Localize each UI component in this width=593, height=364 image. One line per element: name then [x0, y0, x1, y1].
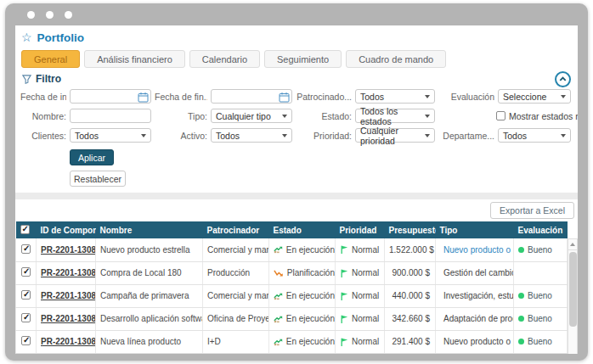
- tab-calendario[interactable]: Calendario: [189, 50, 260, 68]
- start-date-label: Fecha de ini...: [20, 92, 66, 102]
- name-input[interactable]: [70, 109, 151, 123]
- clients-select[interactable]: Todos: [70, 128, 151, 143]
- column-header-id[interactable]: ID de Componente: [37, 221, 96, 238]
- column-header-evaluacion[interactable]: Evaluación: [514, 221, 568, 238]
- column-header-prioridad[interactable]: Prioridad: [336, 221, 385, 238]
- table-row: PR-2201-13080006 Construcción nueva nave…: [16, 353, 568, 354]
- flag-green-icon: [340, 314, 348, 324]
- end-date-field[interactable]: [211, 89, 292, 104]
- tab-cuadro-de-mando[interactable]: Cuadro de mando: [346, 50, 446, 68]
- tab-seguimiento[interactable]: Seguimiento: [264, 50, 342, 68]
- component-id-link[interactable]: PR-2201-13080003: [41, 291, 96, 300]
- column-header-patrocinador[interactable]: Patrocinador: [203, 221, 269, 238]
- star-icon: ☆: [21, 31, 32, 43]
- status-dot-green: [518, 247, 524, 253]
- state-select[interactable]: Todos los estados: [355, 109, 435, 123]
- row-checkbox[interactable]: [21, 336, 31, 345]
- column-header-presupuesto[interactable]: Presupuesto: [385, 221, 436, 238]
- apply-button[interactable]: Aplicar: [70, 149, 114, 165]
- flag-green-icon: [340, 244, 348, 255]
- scrollbar-thumb[interactable]: [569, 252, 577, 327]
- window-titlebar: [5, 3, 588, 25]
- chart-up-icon: [274, 337, 283, 347]
- table-row: PR-2201-13080005 Desarrollo aplicación s…: [16, 307, 568, 330]
- page-title: Portfolio: [37, 31, 85, 44]
- table-row: PR-2201-13080008 Compra de Local 180 Pro…: [16, 261, 568, 284]
- row-checkbox[interactable]: [21, 244, 31, 254]
- row-checkbox[interactable]: [21, 267, 31, 277]
- chevron-down-icon: [425, 134, 430, 137]
- filter-panel: Filtro Fecha de ini... Fecha de fin... P…: [15, 73, 578, 187]
- window-control-dot[interactable]: [65, 11, 72, 19]
- column-header-estado[interactable]: Estado: [269, 221, 336, 238]
- column-header-tipo[interactable]: Tipo: [436, 221, 514, 238]
- filter-title: Filtro: [20, 73, 573, 85]
- select-all-checkbox[interactable]: [20, 225, 30, 234]
- reset-button[interactable]: Restablecer: [70, 171, 126, 187]
- chevron-down-icon: [561, 95, 566, 98]
- chart-up-icon: [274, 244, 283, 255]
- type-select[interactable]: Cualquier tipo: [211, 109, 292, 123]
- evaluation-label: Evaluación: [438, 92, 494, 102]
- component-id-link[interactable]: PR-2201-13080002: [41, 245, 96, 255]
- active-label: Activo:: [155, 131, 207, 141]
- calendar-icon[interactable]: [279, 92, 290, 103]
- show-hidden-states-checkbox[interactable]: [496, 111, 505, 120]
- type-label: Tipo:: [155, 111, 207, 121]
- tab-analisis-financiero[interactable]: Análisis financiero: [84, 50, 185, 68]
- table-scrollbar[interactable]: [568, 238, 578, 354]
- active-select[interactable]: Todos: [211, 128, 292, 143]
- chevron-down-icon: [141, 134, 146, 137]
- tab-general[interactable]: General: [21, 50, 80, 68]
- page-header: ☆ Portfolio: [15, 30, 578, 45]
- component-id-link[interactable]: PR-2201-13080008: [41, 268, 96, 277]
- funnel-icon: [22, 75, 31, 84]
- evaluation-select[interactable]: Seleccione: [498, 89, 571, 104]
- status-dot-green: [518, 293, 524, 299]
- priority-label: Prioridad:: [296, 131, 352, 141]
- show-hidden-states-label: Mostrar estados no visibles: [509, 111, 578, 121]
- table-row: PR-2201-13080001 Nueva línea producto I+…: [16, 330, 568, 353]
- window-control-dot[interactable]: [27, 11, 35, 19]
- chevron-down-icon: [561, 134, 566, 137]
- flag-green-icon: [340, 337, 348, 347]
- flag-green-icon: [340, 268, 348, 278]
- show-hidden-states: Mostrar estados no visibles: [496, 111, 571, 121]
- collapse-filter-button[interactable]: [555, 71, 571, 87]
- app-window: ☆ Portfolio General Análisis financiero …: [5, 3, 588, 361]
- tab-bar: General Análisis financiero Calendario S…: [21, 50, 578, 68]
- column-header-nombre[interactable]: Nombre: [96, 221, 203, 238]
- page-content: ☆ Portfolio General Análisis financiero …: [15, 25, 578, 354]
- chart-up-icon: [274, 314, 283, 324]
- export-excel-button[interactable]: Exportar a Excel: [490, 202, 574, 219]
- scrollbar-up-arrow[interactable]: [568, 239, 577, 250]
- start-date-field[interactable]: [70, 89, 151, 104]
- state-label: Estado:: [296, 111, 352, 121]
- sponsor-label: Patrocinado...: [296, 92, 352, 102]
- clients-label: Clientes:: [20, 131, 66, 141]
- row-checkbox[interactable]: [21, 313, 31, 322]
- row-checkbox[interactable]: [21, 290, 31, 300]
- table-row: PR-2201-13080003 Campaña de primavera Co…: [16, 284, 568, 307]
- sponsor-select[interactable]: Todos: [355, 89, 435, 104]
- table-header-row: ID de Componente Nombre Patrocinador Est…: [16, 221, 568, 238]
- section-divider: [15, 193, 578, 199]
- name-label: Nombre:: [20, 111, 66, 121]
- component-id-link[interactable]: PR-2201-13080005: [41, 314, 96, 323]
- chevron-down-icon: [282, 115, 287, 118]
- component-id-link[interactable]: PR-2201-13080001: [41, 337, 96, 346]
- window-control-dot[interactable]: [46, 11, 54, 19]
- chevron-down-icon: [282, 134, 287, 137]
- components-table: ID de Componente Nombre Patrocinador Est…: [15, 221, 568, 354]
- end-date-label: Fecha de fin...: [155, 92, 207, 102]
- tipo-link[interactable]: Nuevo producto o proc...: [443, 245, 514, 255]
- department-select[interactable]: Todos: [498, 128, 571, 143]
- calendar-icon[interactable]: [138, 92, 149, 103]
- filter-grid: Fecha de ini... Fecha de fin... Patrocin…: [20, 89, 573, 187]
- chart-down-icon: [274, 268, 284, 278]
- table-toolbar: Exportar a Excel: [15, 199, 578, 220]
- priority-select[interactable]: Cualquier prioridad: [355, 128, 435, 143]
- chevron-up-icon: [558, 75, 568, 84]
- table-row: PR-2201-13080002 Nuevo producto estrella…: [16, 238, 568, 261]
- department-label: Departame...: [438, 131, 494, 141]
